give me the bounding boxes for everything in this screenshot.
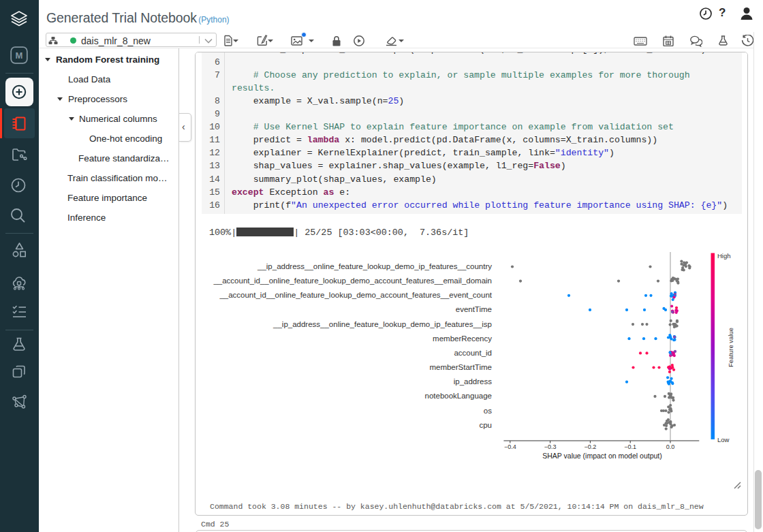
svg-text:cpu: cpu xyxy=(479,421,492,429)
svg-text:−0.3: −0.3 xyxy=(544,443,557,450)
svg-text:memberStartTime: memberStartTime xyxy=(429,363,492,371)
svg-text:M: M xyxy=(16,50,23,61)
svg-text:Feature value: Feature value xyxy=(727,328,734,367)
svg-text:ip_address: ip_address xyxy=(454,377,493,386)
svg-text:0.0: 0.0 xyxy=(666,443,675,450)
svg-text:__ip_address__online_feature_l: __ip_address__online_feature_lookup_demo… xyxy=(257,262,492,270)
svg-text:SHAP value (impact on model ou: SHAP value (impact on model output) xyxy=(542,452,661,460)
svg-text:os: os xyxy=(484,407,492,415)
svg-text:Low: Low xyxy=(717,436,730,443)
svg-text:notebookLanguage: notebookLanguage xyxy=(425,392,493,400)
svg-text:eventTime: eventTime xyxy=(456,305,492,313)
svg-text:__ip_address__online_feature_l: __ip_address__online_feature_lookup_demo… xyxy=(272,320,492,328)
svg-text:account_id: account_id xyxy=(454,349,492,357)
svg-text:__account_id__online_feature_l: __account_id__online_feature_lookup_demo… xyxy=(219,291,492,299)
svg-text:−0.4: −0.4 xyxy=(504,443,516,450)
svg-text:−0.1: −0.1 xyxy=(624,443,636,450)
svg-text:__account_id__online_feature_l: __account_id__online_feature_lookup_demo… xyxy=(213,277,492,285)
svg-text:High: High xyxy=(717,252,731,260)
svg-text:memberRecency: memberRecency xyxy=(433,334,492,343)
svg-text:−0.2: −0.2 xyxy=(585,443,597,450)
